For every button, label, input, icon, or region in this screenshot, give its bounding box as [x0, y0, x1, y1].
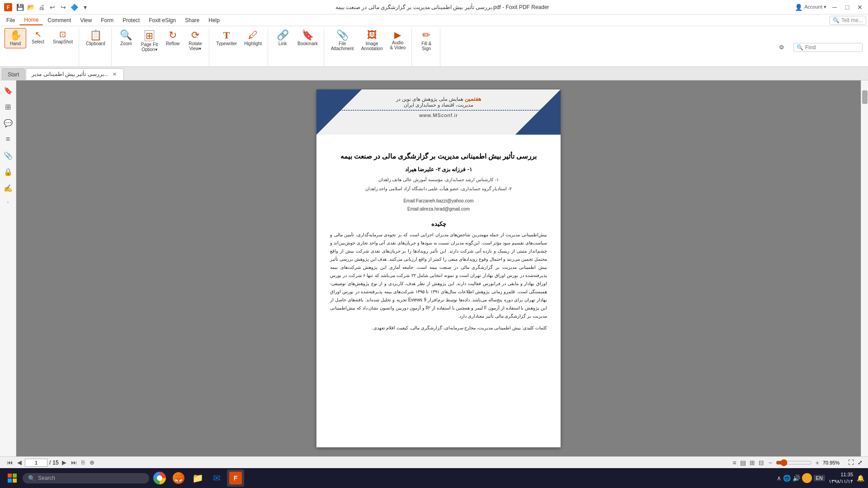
status-right: ≡ ▤ ⊞ ⊟ − + 70.95% ⛶ ⤢: [731, 458, 863, 467]
typewriter-icon: T: [223, 30, 230, 40]
menu-view[interactable]: View: [75, 15, 96, 25]
save-button[interactable]: 💾: [15, 3, 24, 12]
system-clock[interactable]: 11:35 ۱۳۹۸/۱۱/۱۴: [829, 471, 853, 485]
language-indicator[interactable]: EN: [814, 475, 825, 481]
find-input[interactable]: [805, 44, 859, 51]
undo-button[interactable]: ↩: [48, 3, 57, 12]
sidebar-security[interactable]: 🔒: [2, 165, 14, 178]
copy-page-button[interactable]: ⎘: [80, 459, 86, 466]
ribbon-group-tools: ✋ Hand ↖ Select ⊡ SnapShot: [2, 28, 79, 66]
menu-form[interactable]: Form: [96, 15, 118, 25]
sidebar-pages[interactable]: ⊞: [2, 100, 14, 113]
menu-home[interactable]: Home: [19, 15, 43, 25]
stamp-button[interactable]: 🔷: [70, 3, 79, 12]
reflow-button[interactable]: ↻ Reflow: [162, 28, 184, 48]
account-button[interactable]: 👤 Account ▾: [795, 4, 826, 11]
add-page-button[interactable]: ⊕: [88, 459, 96, 466]
two-page-view[interactable]: ⊞: [749, 458, 756, 467]
two-page-continuous-view[interactable]: ⊟: [758, 458, 765, 467]
bookmark-button[interactable]: 🔖 Bookmark: [294, 28, 321, 48]
menu-comment[interactable]: Comment: [43, 15, 75, 25]
taskbar-search-input[interactable]: [38, 475, 144, 481]
pdf-content: بررسی تأثیر بیش اطمینانی مدیریت بر گزارش…: [316, 135, 561, 345]
sidebar-layers[interactable]: ≡: [2, 133, 14, 145]
taskbar-search[interactable]: 🔍: [23, 473, 149, 483]
minimize-button[interactable]: ─: [830, 3, 839, 12]
tell-me-label: Tell me...: [841, 17, 863, 23]
open-button[interactable]: 📂: [26, 3, 35, 12]
close-button[interactable]: ✕: [855, 3, 864, 12]
prev-page-button[interactable]: ◀: [16, 459, 23, 466]
sidebar-attachments[interactable]: 📎: [2, 149, 14, 162]
imageannotation-button[interactable]: 🖼 ImageAnnotation: [358, 28, 386, 53]
link-icon: 🔗: [277, 30, 289, 40]
typewriter-button[interactable]: T Typewriter: [213, 28, 240, 48]
app-logo[interactable]: F: [4, 3, 13, 12]
audiovideo-button[interactable]: ▶ Audio& Video: [387, 28, 409, 52]
single-page-view[interactable]: ≡: [731, 458, 737, 467]
sidebar-expand[interactable]: ›: [7, 200, 9, 205]
expand-tray-icon[interactable]: ∧: [777, 474, 781, 482]
tab-start[interactable]: Start: [2, 68, 25, 80]
clipboard-button[interactable]: 📋 Clipboard: [83, 28, 108, 48]
pagefit-icon: ⊞: [145, 30, 154, 41]
continuous-view[interactable]: ▤: [739, 458, 747, 467]
snapshot-button[interactable]: ⊡ SnapShot: [50, 28, 76, 47]
menu-file[interactable]: File: [2, 15, 19, 25]
tell-me-search[interactable]: 🔍 Tell me...: [830, 16, 866, 25]
taskbar-explorer[interactable]: 📁: [189, 469, 206, 487]
last-page-button[interactable]: ⏭: [70, 459, 78, 466]
pagefit-button[interactable]: ⊞ Page FitOption▾: [138, 28, 161, 54]
highlight-button[interactable]: 🖊 Highlight: [241, 28, 265, 48]
highlight-icon: 🖊: [248, 30, 258, 40]
tab-document[interactable]: بررسی تأثیر بیش اطمینانی مدیر... ✕: [26, 68, 123, 80]
volume-icon[interactable]: 🔊: [793, 474, 800, 482]
zoom-button[interactable]: 🔍 Zoom: [115, 28, 137, 48]
redo-button[interactable]: ↪: [59, 3, 68, 12]
more-button[interactable]: ▾: [80, 3, 90, 12]
scrollbar-thumb[interactable]: [862, 90, 868, 104]
select-button[interactable]: ↖ Select: [27, 28, 49, 47]
sidebar-comments[interactable]: 💬: [2, 117, 14, 129]
zoom-slider[interactable]: [776, 459, 812, 466]
taskbar-mail[interactable]: ✉: [208, 469, 225, 487]
start-menu-button[interactable]: [4, 469, 21, 487]
link-button[interactable]: 🔗 Link: [272, 28, 293, 48]
menu-help[interactable]: Help: [204, 15, 224, 25]
clock-date: ۱۳۹۸/۱۱/۱۴: [829, 478, 853, 485]
maximize-button[interactable]: □: [843, 3, 852, 12]
fullscreen-button[interactable]: ⤢: [858, 459, 863, 466]
bookmark-icon: 🔖: [302, 30, 314, 40]
find-input-area[interactable]: 🔍: [793, 43, 863, 52]
menu-protect[interactable]: Protect: [118, 15, 144, 25]
taskbar-chrome[interactable]: [151, 469, 168, 487]
find-icon: 🔍: [797, 44, 803, 51]
menu-foxitsign[interactable]: Foxit eSign: [144, 15, 180, 25]
menu-share[interactable]: Share: [180, 15, 204, 25]
first-page-button[interactable]: ⏮: [5, 459, 14, 466]
notification-center-icon[interactable]: 🔔: [857, 474, 864, 482]
hand-label: Hand: [10, 41, 21, 46]
window-controls: 👤 Account ▾ ─ □ ✕: [795, 3, 864, 12]
print-button[interactable]: 🖨: [37, 3, 46, 12]
sidebar-bookmarks[interactable]: 🔖: [2, 84, 14, 97]
zoom-in-button[interactable]: +: [816, 459, 819, 466]
hand-button[interactable]: ✋ Hand: [5, 28, 26, 48]
taskbar-foxit[interactable]: F: [227, 469, 244, 487]
page-number-input[interactable]: [25, 459, 47, 467]
pdf-container[interactable]: هفتمین همایش ملی پژوهش های نوین در مدیری…: [16, 80, 861, 456]
fit-window-button[interactable]: ⛶: [848, 459, 854, 466]
sidebar-signatures[interactable]: ✍: [2, 182, 14, 194]
fileattachment-button[interactable]: 📎 FileAttachment: [328, 28, 357, 53]
rotateview-icon: ⟳: [191, 30, 199, 40]
tab-close-button[interactable]: ✕: [111, 71, 118, 78]
pdf-keywords: کلمات کلیدی: بیش اطمینانی مدیریت، مخارج …: [330, 324, 547, 332]
next-page-button[interactable]: ▶: [61, 459, 68, 466]
display-settings-button[interactable]: ⚙: [777, 43, 786, 52]
fillandsign-button[interactable]: ✏ Fill &Sign: [415, 28, 437, 53]
network-icon[interactable]: 🌐: [783, 474, 791, 482]
rotateview-button[interactable]: ⟳ RotateView▾: [184, 28, 206, 53]
taskbar-firefox[interactable]: 🦊: [170, 469, 187, 487]
user-avatar[interactable]: [802, 473, 812, 483]
zoom-out-button[interactable]: −: [769, 459, 772, 466]
